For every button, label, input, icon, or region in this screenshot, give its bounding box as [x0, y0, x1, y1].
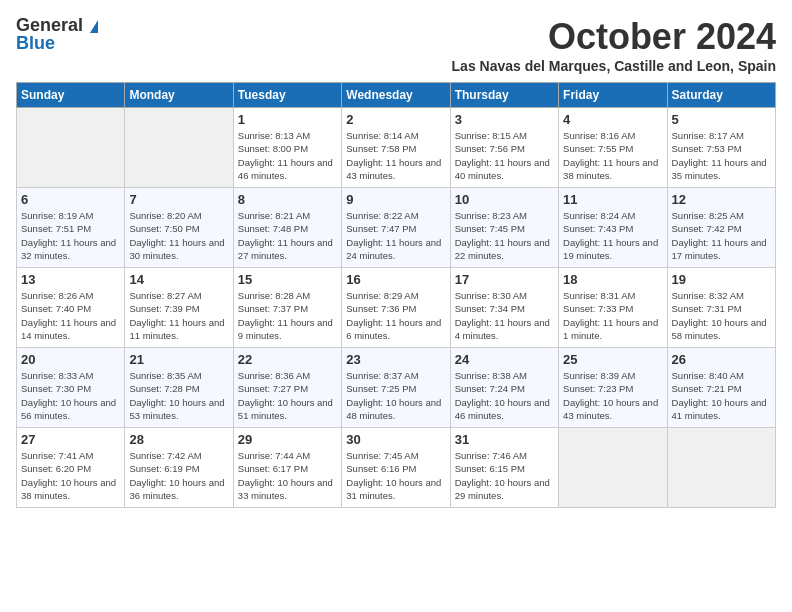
calendar-cell: 7Sunrise: 8:20 AMSunset: 7:50 PMDaylight…: [125, 188, 233, 268]
day-number: 15: [238, 272, 337, 287]
day-number: 26: [672, 352, 771, 367]
day-info: Sunrise: 8:15 AMSunset: 7:56 PMDaylight:…: [455, 129, 554, 182]
header: General Blue October 2024 Las Navas del …: [16, 16, 776, 74]
calendar-cell: 30Sunrise: 7:45 AMSunset: 6:16 PMDayligh…: [342, 428, 450, 508]
day-info: Sunrise: 8:37 AMSunset: 7:25 PMDaylight:…: [346, 369, 445, 422]
calendar-cell: 1Sunrise: 8:13 AMSunset: 8:00 PMDaylight…: [233, 108, 341, 188]
day-number: 6: [21, 192, 120, 207]
day-info: Sunrise: 8:20 AMSunset: 7:50 PMDaylight:…: [129, 209, 228, 262]
column-header-monday: Monday: [125, 83, 233, 108]
column-header-saturday: Saturday: [667, 83, 775, 108]
day-info: Sunrise: 8:27 AMSunset: 7:39 PMDaylight:…: [129, 289, 228, 342]
calendar-week-row: 13Sunrise: 8:26 AMSunset: 7:40 PMDayligh…: [17, 268, 776, 348]
day-number: 23: [346, 352, 445, 367]
day-number: 22: [238, 352, 337, 367]
calendar-cell: 11Sunrise: 8:24 AMSunset: 7:43 PMDayligh…: [559, 188, 667, 268]
calendar-cell: [559, 428, 667, 508]
calendar-cell: 26Sunrise: 8:40 AMSunset: 7:21 PMDayligh…: [667, 348, 775, 428]
day-number: 8: [238, 192, 337, 207]
calendar-week-row: 20Sunrise: 8:33 AMSunset: 7:30 PMDayligh…: [17, 348, 776, 428]
calendar-cell: 14Sunrise: 8:27 AMSunset: 7:39 PMDayligh…: [125, 268, 233, 348]
day-number: 19: [672, 272, 771, 287]
day-number: 16: [346, 272, 445, 287]
calendar-cell: 6Sunrise: 8:19 AMSunset: 7:51 PMDaylight…: [17, 188, 125, 268]
calendar-cell: 18Sunrise: 8:31 AMSunset: 7:33 PMDayligh…: [559, 268, 667, 348]
title-area: October 2024 Las Navas del Marques, Cast…: [452, 16, 776, 74]
day-number: 18: [563, 272, 662, 287]
calendar-cell: 9Sunrise: 8:22 AMSunset: 7:47 PMDaylight…: [342, 188, 450, 268]
column-header-friday: Friday: [559, 83, 667, 108]
logo-blue-text: Blue: [16, 33, 55, 53]
day-info: Sunrise: 8:23 AMSunset: 7:45 PMDaylight:…: [455, 209, 554, 262]
day-number: 25: [563, 352, 662, 367]
day-info: Sunrise: 8:14 AMSunset: 7:58 PMDaylight:…: [346, 129, 445, 182]
calendar-cell: 29Sunrise: 7:44 AMSunset: 6:17 PMDayligh…: [233, 428, 341, 508]
calendar-cell: 23Sunrise: 8:37 AMSunset: 7:25 PMDayligh…: [342, 348, 450, 428]
day-info: Sunrise: 8:16 AMSunset: 7:55 PMDaylight:…: [563, 129, 662, 182]
day-number: 1: [238, 112, 337, 127]
day-info: Sunrise: 8:19 AMSunset: 7:51 PMDaylight:…: [21, 209, 120, 262]
calendar-cell: [125, 108, 233, 188]
day-info: Sunrise: 8:36 AMSunset: 7:27 PMDaylight:…: [238, 369, 337, 422]
calendar-cell: [17, 108, 125, 188]
location-title: Las Navas del Marques, Castille and Leon…: [452, 58, 776, 74]
day-info: Sunrise: 8:28 AMSunset: 7:37 PMDaylight:…: [238, 289, 337, 342]
calendar-cell: 10Sunrise: 8:23 AMSunset: 7:45 PMDayligh…: [450, 188, 558, 268]
day-number: 21: [129, 352, 228, 367]
day-number: 3: [455, 112, 554, 127]
calendar-week-row: 27Sunrise: 7:41 AMSunset: 6:20 PMDayligh…: [17, 428, 776, 508]
calendar-cell: 19Sunrise: 8:32 AMSunset: 7:31 PMDayligh…: [667, 268, 775, 348]
calendar-cell: 16Sunrise: 8:29 AMSunset: 7:36 PMDayligh…: [342, 268, 450, 348]
day-info: Sunrise: 8:25 AMSunset: 7:42 PMDaylight:…: [672, 209, 771, 262]
day-info: Sunrise: 8:26 AMSunset: 7:40 PMDaylight:…: [21, 289, 120, 342]
day-info: Sunrise: 8:13 AMSunset: 8:00 PMDaylight:…: [238, 129, 337, 182]
calendar-cell: 24Sunrise: 8:38 AMSunset: 7:24 PMDayligh…: [450, 348, 558, 428]
day-info: Sunrise: 8:40 AMSunset: 7:21 PMDaylight:…: [672, 369, 771, 422]
day-number: 7: [129, 192, 228, 207]
day-number: 12: [672, 192, 771, 207]
column-header-wednesday: Wednesday: [342, 83, 450, 108]
logo: General Blue: [16, 16, 98, 52]
calendar-cell: 28Sunrise: 7:42 AMSunset: 6:19 PMDayligh…: [125, 428, 233, 508]
day-info: Sunrise: 8:38 AMSunset: 7:24 PMDaylight:…: [455, 369, 554, 422]
day-number: 27: [21, 432, 120, 447]
calendar-cell: 25Sunrise: 8:39 AMSunset: 7:23 PMDayligh…: [559, 348, 667, 428]
day-number: 31: [455, 432, 554, 447]
calendar-cell: 27Sunrise: 7:41 AMSunset: 6:20 PMDayligh…: [17, 428, 125, 508]
day-number: 20: [21, 352, 120, 367]
day-number: 4: [563, 112, 662, 127]
day-info: Sunrise: 7:46 AMSunset: 6:15 PMDaylight:…: [455, 449, 554, 502]
calendar-cell: 22Sunrise: 8:36 AMSunset: 7:27 PMDayligh…: [233, 348, 341, 428]
calendar-cell: 21Sunrise: 8:35 AMSunset: 7:28 PMDayligh…: [125, 348, 233, 428]
day-number: 29: [238, 432, 337, 447]
day-info: Sunrise: 8:21 AMSunset: 7:48 PMDaylight:…: [238, 209, 337, 262]
day-number: 2: [346, 112, 445, 127]
logo-triangle-icon: [90, 20, 98, 33]
logo-general-text: General: [16, 15, 83, 35]
day-info: Sunrise: 8:31 AMSunset: 7:33 PMDaylight:…: [563, 289, 662, 342]
calendar-cell: 15Sunrise: 8:28 AMSunset: 7:37 PMDayligh…: [233, 268, 341, 348]
day-number: 10: [455, 192, 554, 207]
month-title: October 2024: [452, 16, 776, 58]
calendar-header-row: SundayMondayTuesdayWednesdayThursdayFrid…: [17, 83, 776, 108]
calendar-cell: 17Sunrise: 8:30 AMSunset: 7:34 PMDayligh…: [450, 268, 558, 348]
day-info: Sunrise: 7:44 AMSunset: 6:17 PMDaylight:…: [238, 449, 337, 502]
calendar-week-row: 1Sunrise: 8:13 AMSunset: 8:00 PMDaylight…: [17, 108, 776, 188]
day-number: 9: [346, 192, 445, 207]
calendar: SundayMondayTuesdayWednesdayThursdayFrid…: [16, 82, 776, 508]
day-info: Sunrise: 8:17 AMSunset: 7:53 PMDaylight:…: [672, 129, 771, 182]
calendar-cell: 8Sunrise: 8:21 AMSunset: 7:48 PMDaylight…: [233, 188, 341, 268]
day-info: Sunrise: 8:35 AMSunset: 7:28 PMDaylight:…: [129, 369, 228, 422]
day-info: Sunrise: 7:45 AMSunset: 6:16 PMDaylight:…: [346, 449, 445, 502]
calendar-week-row: 6Sunrise: 8:19 AMSunset: 7:51 PMDaylight…: [17, 188, 776, 268]
day-info: Sunrise: 8:33 AMSunset: 7:30 PMDaylight:…: [21, 369, 120, 422]
column-header-sunday: Sunday: [17, 83, 125, 108]
day-info: Sunrise: 8:29 AMSunset: 7:36 PMDaylight:…: [346, 289, 445, 342]
calendar-cell: 5Sunrise: 8:17 AMSunset: 7:53 PMDaylight…: [667, 108, 775, 188]
calendar-cell: 4Sunrise: 8:16 AMSunset: 7:55 PMDaylight…: [559, 108, 667, 188]
calendar-cell: 2Sunrise: 8:14 AMSunset: 7:58 PMDaylight…: [342, 108, 450, 188]
day-number: 30: [346, 432, 445, 447]
calendar-cell: 3Sunrise: 8:15 AMSunset: 7:56 PMDaylight…: [450, 108, 558, 188]
day-info: Sunrise: 8:39 AMSunset: 7:23 PMDaylight:…: [563, 369, 662, 422]
day-number: 13: [21, 272, 120, 287]
